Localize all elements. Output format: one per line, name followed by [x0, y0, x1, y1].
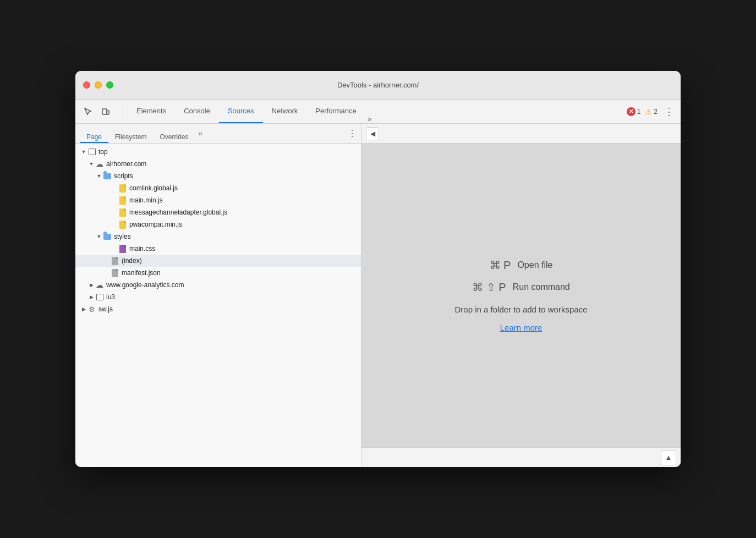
toolbar-right: ✕ 1 ⚠ 2 ⋮ — [627, 106, 676, 118]
sub-tabs: Page Filesystem Overrides » ⋮ — [75, 124, 361, 144]
tab-performance[interactable]: Performance — [306, 100, 365, 123]
sub-tab-filesystem[interactable]: Filesystem — [108, 124, 153, 143]
error-icon: ✕ — [627, 107, 636, 116]
inspect-icon[interactable] — [80, 103, 96, 120]
sub-tab-page[interactable]: Page — [80, 124, 108, 143]
file-icon-manifest — [111, 268, 119, 277]
bottom-bar: ▲ — [361, 447, 681, 467]
cloud-icon-airhorner: ☁ — [95, 160, 104, 168]
learn-more-link[interactable]: Learn more — [500, 323, 543, 332]
tree-item-main-min[interactable]: main.min.js — [75, 194, 361, 206]
sub-tab-overrides[interactable]: Overrides — [153, 124, 195, 143]
js-icon-pwacompat — [118, 220, 127, 229]
window-title: DevTools - airhorner.com/ — [337, 81, 419, 89]
shortcut-desc-open: Open file — [517, 260, 552, 270]
tree-item-top[interactable]: top — [75, 146, 361, 158]
tree-arrow-iu3 — [87, 293, 95, 301]
toolbar-icons — [80, 103, 114, 120]
error-badge: ✕ 1 — [627, 107, 641, 116]
tree-item-index[interactable]: (index) — [75, 255, 361, 267]
drop-folder-text: Drop in a folder to add to workspace — [455, 305, 588, 314]
devtools-window: DevTools - airhorner.com/ Elements C — [75, 71, 681, 467]
tree-label-airhorner: airhorner.com — [106, 160, 146, 168]
panel-collapse-button[interactable]: ◀ — [366, 127, 379, 140]
tree-item-scripts[interactable]: scripts — [75, 170, 361, 182]
tree-item-sw-js[interactable]: ⚙ sw.js — [75, 303, 361, 315]
traffic-lights — [83, 81, 113, 89]
title-bar: DevTools - airhorner.com/ — [75, 71, 681, 100]
tree-arrow-sw-js — [80, 305, 87, 313]
toolbar-divider — [123, 104, 123, 119]
minimize-button[interactable] — [95, 81, 102, 89]
tree-arrow-google-analytics — [87, 281, 95, 289]
tree-item-pwacompat[interactable]: pwacompat.min.js — [75, 218, 361, 230]
tabs-more-button[interactable]: » — [365, 114, 374, 123]
tab-console[interactable]: Console — [175, 100, 219, 123]
folder-icon-styles — [103, 232, 112, 241]
tree-label-top: top — [98, 148, 108, 156]
frame-icon-iu3 — [95, 293, 104, 301]
tree-label-sw-js: sw.js — [98, 305, 113, 313]
tab-elements[interactable]: Elements — [128, 100, 175, 123]
tree-arrow-airhorner — [87, 160, 95, 168]
js-icon-main-min — [118, 196, 127, 205]
tree-item-messagechannel[interactable]: messagechanneladapter.global.js — [75, 206, 361, 218]
shortcut-run-command: ⌘ ⇧ P Run command — [472, 281, 570, 294]
error-count: 1 — [637, 108, 641, 116]
tree-label-main-min: main.min.js — [129, 196, 163, 204]
right-panel: ◀ ⌘ P Open file ⌘ ⇧ P Run command Drop i… — [361, 124, 681, 467]
js-icon-messagechannel — [118, 208, 127, 217]
tree-arrow-styles — [95, 233, 103, 240]
maximize-button[interactable] — [106, 81, 113, 89]
css-icon-main — [118, 244, 127, 253]
tree-label-main-css: main.css — [129, 245, 155, 252]
js-icon-comlink — [118, 184, 127, 193]
svg-rect-1 — [107, 111, 109, 114]
shortcut-keys-open: ⌘ P — [490, 259, 511, 272]
left-panel: Page Filesystem Overrides » ⋮ — [75, 124, 361, 467]
tree-item-comlink[interactable]: comlink.global.js — [75, 182, 361, 194]
tab-network[interactable]: Network — [263, 100, 307, 123]
warning-icon: ⚠ — [645, 107, 652, 116]
tree-label-scripts: scripts — [114, 172, 133, 180]
right-panel-content: ⌘ P Open file ⌘ ⇧ P Run command Drop in … — [361, 144, 681, 447]
tree-label-manifest: manifest.json — [122, 269, 161, 277]
tree-item-iu3[interactable]: iu3 — [75, 291, 361, 303]
sub-tabs-more-button[interactable]: » — [195, 129, 205, 138]
tree-item-styles[interactable]: styles — [75, 230, 361, 243]
sub-tabs-menu-button[interactable]: ⋮ — [348, 128, 357, 139]
tab-sources[interactable]: Sources — [219, 100, 263, 123]
frame-icon-top — [87, 147, 96, 156]
file-tree: top ☁ airhorner.com scripts — [75, 144, 361, 467]
main-content: Page Filesystem Overrides » ⋮ — [75, 124, 681, 467]
tree-label-comlink: comlink.global.js — [129, 184, 178, 192]
tree-label-styles: styles — [114, 233, 131, 240]
toolbar: Elements Console Sources Network Perform… — [75, 100, 681, 124]
tree-item-airhorner[interactable]: ☁ airhorner.com — [75, 158, 361, 170]
tree-label-messagechannel: messagechanneladapter.global.js — [129, 208, 227, 216]
svg-rect-0 — [102, 109, 107, 114]
warning-badge: ⚠ 2 — [645, 107, 658, 116]
device-icon[interactable] — [97, 103, 114, 120]
gear-icon-sw-js: ⚙ — [87, 305, 96, 314]
drawer-toggle-button[interactable]: ▲ — [661, 450, 676, 465]
toolbar-tabs: Elements Console Sources Network Perform… — [128, 100, 374, 123]
file-icon-index — [111, 256, 119, 265]
tree-label-iu3: iu3 — [106, 293, 115, 301]
toolbar-menu-button[interactable]: ⋮ — [662, 106, 676, 118]
shortcut-open-file: ⌘ P Open file — [490, 259, 553, 272]
tree-label-index: (index) — [122, 257, 142, 265]
tree-arrow-top — [80, 148, 87, 156]
tree-label-pwacompat: pwacompat.min.js — [129, 221, 182, 228]
tree-item-manifest[interactable]: manifest.json — [75, 267, 361, 279]
folder-icon-scripts — [103, 172, 112, 180]
right-panel-header: ◀ — [361, 124, 681, 144]
tree-item-google-analytics[interactable]: ☁ www.google-analytics.com — [75, 279, 361, 291]
cloud-icon-google-analytics: ☁ — [95, 281, 104, 289]
tree-label-google-analytics: www.google-analytics.com — [106, 281, 184, 289]
tree-arrow-scripts — [95, 172, 103, 180]
close-button[interactable] — [83, 81, 90, 89]
shortcut-keys-run: ⌘ ⇧ P — [472, 281, 506, 294]
warning-count: 2 — [654, 108, 658, 116]
tree-item-main-css[interactable]: main.css — [75, 243, 361, 255]
